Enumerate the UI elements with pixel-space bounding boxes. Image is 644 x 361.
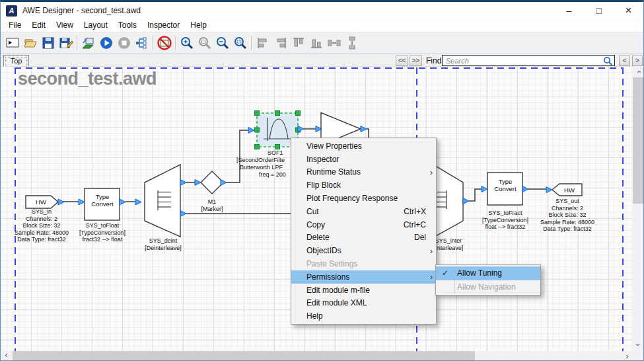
submenu-arrow-icon: › (430, 168, 433, 177)
align-bottom-button[interactable] (307, 34, 325, 52)
find-label: Find: (426, 56, 444, 65)
sys-deint-block[interactable] (145, 165, 180, 237)
find-next-button[interactable]: > (632, 56, 643, 66)
vertical-scrollbar-thumb[interactable] (633, 77, 644, 204)
menu-tools[interactable]: Tools (113, 19, 142, 32)
hardware-disabled-icon (157, 35, 172, 51)
menu-layout[interactable]: Layout (79, 19, 113, 32)
menu-item-paste-settings: Paste Settings (291, 257, 436, 270)
stop-button[interactable] (115, 34, 133, 52)
menu-edit[interactable]: Edit (26, 19, 51, 32)
zoom-in-button[interactable] (178, 34, 196, 52)
search-icon (603, 56, 612, 65)
save-as-icon (58, 35, 74, 51)
menu-item-help[interactable]: Help (291, 309, 436, 323)
submenu-arrow-icon: › (430, 272, 433, 281)
menu-file[interactable]: File (3, 19, 26, 32)
align-left-icon (255, 35, 271, 51)
toolbar (1, 32, 643, 53)
zoom-normal-icon (197, 35, 213, 51)
sof1-label-type: [SecondOrderFilte (236, 157, 285, 163)
find-search-input[interactable] (442, 55, 615, 66)
sys-tofloat-title: Type Convert (87, 194, 118, 208)
distribute-vertical-icon (344, 35, 360, 51)
propagate-changes-icon (134, 35, 150, 51)
menu-item-runtime-status[interactable]: Runtime Status› (291, 166, 436, 179)
align-right-button[interactable] (271, 34, 289, 52)
menu-inspector[interactable]: Inspector (142, 19, 185, 32)
sys-deint-label: SYS_deint[Deinterleave] (145, 237, 182, 251)
horizontal-scrollbar[interactable]: › › (1, 351, 633, 361)
distribute-vertical-button[interactable] (343, 34, 361, 52)
align-top-button[interactable] (289, 34, 307, 52)
sys-in-label: SYS_inChannels: 2 Block Size: 32Sample R… (15, 208, 69, 243)
propagate-changes-button[interactable] (133, 34, 151, 52)
sys-tofract-label: SYS_toFract[TypeConversion] float --> fr… (482, 210, 528, 231)
distribute-horizontal-button[interactable] (325, 34, 343, 52)
menu-help[interactable]: Help (185, 19, 212, 32)
hardware-disabled-button[interactable] (155, 34, 173, 52)
sys-tofract-title: Type Convert (490, 179, 520, 192)
menu-item-inspector[interactable]: Inspector (291, 153, 436, 166)
sof1-label-desc: Butterworth LPF (240, 164, 283, 171)
find-bar: Top << >> Find: < > (1, 53, 643, 66)
align-left-button[interactable] (254, 34, 271, 52)
menu-item-flip-block[interactable]: Flip Block (291, 179, 436, 192)
connect-target-button[interactable] (79, 34, 97, 52)
minimize-button[interactable]: – (554, 2, 584, 19)
maximize-icon: □ (596, 5, 601, 16)
toolbar-separator (153, 36, 153, 50)
submenu-item-allow-tuning[interactable]: ✓Allow Tuning (436, 266, 540, 280)
zoom-out-button[interactable] (213, 34, 231, 52)
find-back-button[interactable]: << (396, 56, 408, 66)
menu-item-edit-module-xml[interactable]: Edit module XML (291, 297, 436, 310)
scroll-up-icon[interactable]: › (633, 66, 643, 77)
permissions-submenu: ✓Allow Tuning Allow Navigation (435, 264, 541, 296)
design-canvas[interactable]: second_test.awd (1, 66, 633, 351)
scroll-left-icon[interactable]: › (1, 351, 12, 361)
menu-view[interactable]: View (51, 19, 79, 32)
save-as-button[interactable] (57, 34, 75, 52)
save-icon (40, 35, 56, 51)
scroll-right-icon[interactable]: › (622, 351, 633, 361)
menu-bar: File Edit View Layout Tools Inspector He… (1, 19, 643, 32)
open-file-button[interactable] (21, 34, 39, 52)
vertical-scrollbar[interactable]: › › (633, 66, 644, 351)
sys-in-title: HW (36, 198, 46, 206)
sys-tofloat-label: SYS_toFloat[TypeConversion] fract32 --> … (79, 222, 125, 243)
sof1-label-freq: freq = 200 (259, 171, 286, 178)
scrollbar-corner (633, 351, 644, 361)
align-top-icon (291, 35, 306, 51)
open-folder-icon (22, 35, 38, 51)
find-forward-button[interactable]: >> (410, 56, 422, 66)
menu-item-copy[interactable]: CopyCtrl+C (291, 218, 436, 231)
menu-item-view-properties[interactable]: View Properties (291, 140, 436, 153)
find-prev-button[interactable]: < (619, 56, 630, 66)
menu-item-permissions[interactable]: Permissions› (291, 270, 436, 284)
save-button[interactable] (39, 34, 57, 52)
close-button[interactable]: × (614, 2, 643, 19)
menu-item-delete[interactable]: DeleteDel (291, 231, 436, 245)
horizontal-scrollbar-thumb[interactable] (13, 351, 475, 361)
submenu-arrow-icon: › (430, 247, 433, 255)
run-button[interactable] (97, 34, 115, 52)
zoom-selection-icon (233, 35, 248, 51)
maximize-button[interactable]: □ (584, 2, 614, 19)
minimize-icon: – (567, 5, 572, 16)
m1-marker-block[interactable] (201, 171, 223, 194)
menu-item-objectids[interactable]: ObjectIDs› (291, 244, 436, 257)
scroll-down-icon[interactable]: › (633, 339, 643, 350)
menu-item-cut[interactable]: CutCtrl+X (291, 205, 436, 218)
zoom-normal-button[interactable] (196, 34, 213, 52)
context-menu: View Properties Inspector Runtime Status… (291, 138, 437, 325)
menu-item-edit-module-m-file[interactable]: Edit module m-file (291, 284, 436, 297)
toolbar-separator (251, 36, 252, 50)
sys-out-title: HW (564, 186, 575, 194)
connect-target-icon (81, 35, 96, 51)
zoom-selection-button[interactable] (231, 34, 249, 52)
sys-inter-block[interactable] (433, 165, 463, 237)
menu-item-plot-frequency-response[interactable]: Plot Frequency Response (291, 192, 436, 205)
zoom-out-icon (215, 35, 231, 51)
new-design-button[interactable] (3, 34, 21, 52)
app-logo-icon: A (6, 5, 17, 17)
